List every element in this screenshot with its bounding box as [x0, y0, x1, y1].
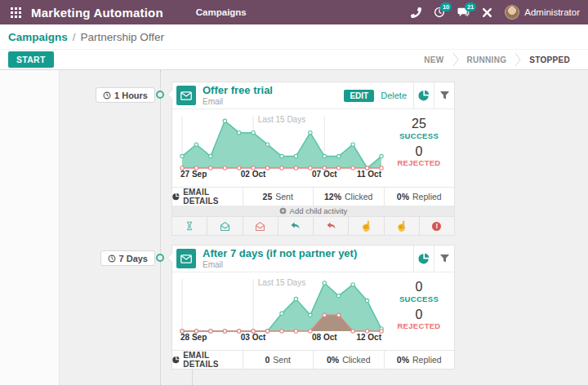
trigger-delay-pill[interactable]: 1 Hours: [96, 87, 155, 103]
top-navbar: Marketing Automation Campaigns 10 21 Adm…: [0, 0, 588, 24]
graph-toggle-button[interactable]: [413, 82, 434, 108]
control-toolbar: START NEW RUNNING STOPPED: [0, 49, 588, 70]
add-child-activity-button[interactable]: Add child activity: [172, 206, 454, 216]
app-title: Marketing Automation: [31, 6, 163, 20]
x-tick-label: 02 Oct: [241, 170, 266, 179]
tools-icon[interactable]: [482, 7, 492, 18]
pie-chart-icon: [172, 192, 180, 201]
user-menu[interactable]: Administrator: [505, 5, 580, 20]
edit-button[interactable]: EDIT: [344, 90, 374, 102]
avatar: [505, 5, 519, 20]
child-connector-line: [192, 369, 193, 385]
x-tick-label: 12 Oct: [356, 333, 381, 342]
activity-header: Offer free trial Email EDIT Delete: [172, 82, 454, 109]
user-name: Administrator: [524, 7, 580, 17]
trigger-not-replied-icon[interactable]: [313, 217, 348, 235]
phone-icon[interactable]: [411, 7, 421, 18]
activity-footer: EMAIL DETAILS 0Sent 0%Clicked 0%Replied: [172, 350, 454, 369]
delete-button[interactable]: Delete: [381, 91, 407, 100]
trigger-bounced-icon[interactable]: !: [419, 217, 454, 235]
email-details-button[interactable]: EMAIL DETAILS: [172, 351, 243, 369]
email-activity-icon: [176, 86, 196, 105]
workflow-timeline: [160, 70, 161, 385]
timeline-node[interactable]: [156, 254, 164, 262]
breadcrumb: Campaigns / Partnership Offer: [0, 24, 588, 49]
message-count-badge: 21: [465, 2, 476, 11]
x-axis-labels: 27 Sep02 Oct07 Oct11 Oct: [179, 170, 385, 183]
activity-card-after-7-days: After 7 days (if not partner yet) Email …: [172, 245, 455, 370]
x-tick-label: 07 Oct: [312, 170, 337, 179]
activity-chart: Last 15 Days 27 Sep02 Oct07 Oct11 Oct: [179, 111, 385, 186]
filter-icon: [439, 91, 450, 100]
chevron-separator-icon: [452, 52, 459, 67]
success-count: 0: [384, 280, 454, 294]
trigger-email-opened-icon[interactable]: [207, 217, 242, 235]
activity-stats: 25 SUCCESS 0 REJECTED: [384, 109, 454, 187]
success-label: SUCCESS: [384, 294, 454, 303]
filter-icon: [439, 254, 450, 263]
stage-running[interactable]: RUNNING: [459, 55, 515, 64]
trigger-not-clicked-icon[interactable]: ☝: [384, 217, 419, 235]
rejected-count: 0: [384, 144, 454, 159]
x-tick-label: 11 Oct: [357, 170, 381, 179]
pie-chart-icon: [172, 356, 180, 364]
trigger-clicked-icon[interactable]: ☝: [348, 217, 383, 235]
clock-icon[interactable]: 10: [434, 7, 445, 18]
apps-grid-icon[interactable]: [11, 7, 21, 18]
activity-header: After 7 days (if not partner yet) Email: [172, 246, 454, 272]
activity-count-badge: 10: [440, 2, 452, 11]
trigger-email-not-opened-icon[interactable]: [243, 217, 278, 235]
pie-chart-icon: [418, 90, 430, 101]
activity-body: Last 15 Days 27 Sep02 Oct07 Oct11 Oct 25…: [172, 109, 454, 187]
rejected-label: REJECTED: [384, 321, 454, 330]
trigger-replied-icon[interactable]: [278, 217, 313, 235]
chart-annotation: Last 15 Days: [258, 115, 305, 124]
clicked-stat[interactable]: 12%Clicked: [313, 188, 384, 206]
activity-chart: Last 15 Days 28 Sep03 Oct08 Oct12 Oct: [179, 274, 385, 349]
email-activity-icon: [176, 249, 196, 268]
stage-new[interactable]: NEW: [416, 55, 452, 64]
chevron-separator-icon: [514, 52, 521, 67]
activity-channel: Email: [203, 97, 273, 107]
stage-pipeline: NEW RUNNING STOPPED: [416, 52, 588, 67]
x-tick-label: 08 Oct: [312, 333, 337, 342]
trigger-delay-label: 1 Hours: [114, 91, 148, 100]
start-button[interactable]: START: [8, 51, 54, 68]
graph-toggle-button[interactable]: [413, 246, 434, 272]
x-tick-label: 27 Sep: [180, 170, 207, 179]
activity-body: Last 15 Days 28 Sep03 Oct08 Oct12 Oct 0 …: [172, 272, 454, 350]
breadcrumb-campaigns-link[interactable]: Campaigns: [8, 31, 68, 43]
timeline-node[interactable]: [156, 91, 164, 99]
canvas-left-margin: [0, 70, 60, 385]
filter-toggle-button[interactable]: [434, 82, 454, 108]
messages-icon[interactable]: 21: [457, 7, 470, 18]
filter-toggle-button[interactable]: [434, 246, 454, 272]
replied-stat[interactable]: 0%Replied: [384, 188, 455, 206]
clicked-stat[interactable]: 0%Clicked: [313, 351, 384, 369]
x-tick-label: 28 Sep: [180, 333, 207, 342]
stage-stopped[interactable]: STOPPED: [521, 55, 578, 64]
activity-footer: EMAIL DETAILS 25Sent 12%Clicked 0%Replie…: [172, 187, 454, 206]
activity-title[interactable]: After 7 days (if not partner yet): [203, 248, 357, 260]
replied-stat[interactable]: 0%Replied: [384, 351, 455, 369]
email-details-button[interactable]: EMAIL DETAILS: [172, 188, 243, 206]
success-count: 25: [384, 117, 454, 131]
plus-circle-icon: [279, 207, 287, 215]
workflow-canvas: 1 Hours Offer free trial Email EDIT Dele…: [0, 70, 588, 385]
child-trigger-row: ☝ ☝ !: [172, 216, 454, 235]
nav-menu-campaigns[interactable]: Campaigns: [196, 7, 247, 17]
trigger-delay-pill[interactable]: 7 Days: [100, 250, 155, 266]
breadcrumb-separator: /: [73, 31, 76, 43]
rejected-label: REJECTED: [384, 158, 454, 167]
rejected-count: 0: [384, 308, 454, 322]
trigger-hourglass-icon[interactable]: [172, 217, 207, 235]
sent-stat[interactable]: 25Sent: [243, 188, 314, 206]
activity-card-offer-free-trial: Offer free trial Email EDIT Delete Last …: [172, 82, 455, 236]
activity-channel: Email: [203, 260, 357, 270]
x-axis-labels: 28 Sep03 Oct08 Oct12 Oct: [179, 333, 385, 346]
sent-stat[interactable]: 0Sent: [243, 351, 314, 369]
x-tick-label: 03 Oct: [241, 333, 266, 342]
breadcrumb-current: Partnership Offer: [81, 31, 165, 43]
activity-stats: 0 SUCCESS 0 REJECTED: [384, 272, 454, 350]
activity-title[interactable]: Offer free trial: [203, 85, 273, 97]
